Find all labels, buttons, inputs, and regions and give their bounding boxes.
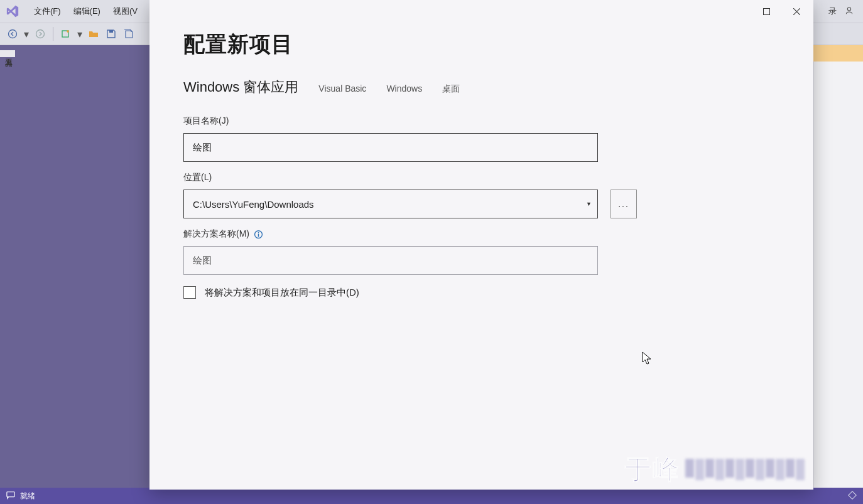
open-folder-icon[interactable] — [86, 26, 101, 41]
right-panel — [813, 62, 863, 488]
template-tag-platform: Windows — [386, 83, 422, 94]
window-close-button[interactable] — [782, 2, 811, 21]
watermark-text: 于峰 — [625, 452, 680, 487]
project-name-label: 项目名称(J) — [183, 115, 779, 127]
solution-name-input[interactable] — [183, 246, 598, 275]
configure-project-dialog: 配置新项目 Windows 窗体应用 Visual Basic Windows … — [149, 0, 813, 490]
watermark: 于峰 — [625, 452, 805, 487]
visual-studio-logo-icon — [4, 3, 21, 20]
svg-rect-8 — [258, 233, 259, 237]
location-label: 位置(L) — [183, 172, 779, 183]
info-icon[interactable] — [253, 229, 263, 239]
titlebar-right-text[interactable]: 录 — [828, 6, 837, 17]
nav-forward-icon[interactable] — [33, 26, 48, 41]
svg-rect-3 — [109, 30, 113, 33]
save-all-icon[interactable] — [121, 26, 136, 41]
menu-view[interactable]: 视图(V — [107, 2, 144, 21]
chevron-down-icon[interactable]: ▾ — [23, 26, 30, 41]
chevron-down-icon[interactable]: ▾ — [76, 26, 84, 41]
svg-rect-5 — [849, 491, 856, 498]
status-text: 就绪 — [20, 491, 35, 501]
dialog-heading: 配置新项目 — [183, 30, 779, 59]
status-bar: 就绪 — [0, 488, 863, 504]
browse-button[interactable]: ... — [611, 190, 637, 218]
nav-back-icon[interactable] — [5, 26, 20, 41]
project-name-input[interactable] — [183, 133, 598, 162]
same-directory-row[interactable]: 将解决方案和项目放在同一目录中(D) — [183, 286, 779, 299]
dialog-content: 配置新项目 Windows 窗体应用 Visual Basic Windows … — [149, 23, 813, 490]
template-tag-type: 桌面 — [442, 83, 460, 95]
new-project-icon[interactable] — [58, 26, 73, 41]
same-directory-label: 将解决方案和项目放在同一目录中(D) — [205, 287, 359, 299]
menu-edit[interactable]: 编辑(E) — [67, 2, 107, 21]
svg-point-1 — [36, 30, 45, 38]
person-icon[interactable] — [844, 6, 854, 18]
svg-rect-4 — [7, 491, 14, 496]
menu-file[interactable]: 文件(F) — [28, 2, 67, 21]
save-icon[interactable] — [104, 26, 119, 41]
svg-rect-9 — [258, 232, 259, 233]
svg-point-0 — [9, 30, 17, 38]
svg-rect-6 — [763, 8, 769, 14]
window-maximize-button[interactable] — [752, 2, 781, 21]
same-directory-checkbox[interactable] — [183, 286, 196, 299]
comment-icon[interactable] — [6, 491, 15, 501]
dialog-titlebar — [149, 0, 813, 23]
location-row: 位置(L) ▼ ... — [183, 172, 779, 218]
template-tag-language: Visual Basic — [318, 83, 366, 94]
project-name-row: 项目名称(J) — [183, 115, 779, 162]
status-right-icon[interactable] — [848, 491, 857, 501]
solution-name-label: 解决方案名称(M) — [183, 228, 249, 240]
right-highlight-strip — [813, 45, 863, 62]
location-combobox[interactable] — [183, 190, 598, 218]
template-name: Windows 窗体应用 — [183, 78, 298, 97]
sidebar-toolbox-tab[interactable]: 工具箱 — [0, 50, 15, 57]
solution-name-row: 解决方案名称(M) — [183, 228, 779, 275]
template-row: Windows 窗体应用 Visual Basic Windows 桌面 — [183, 78, 779, 97]
watermark-pixels — [685, 459, 805, 480]
